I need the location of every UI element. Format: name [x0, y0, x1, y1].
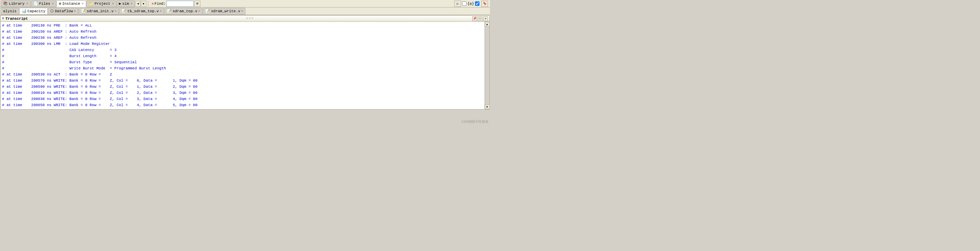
transcript-line: # Burst Type = Sequential — [2, 59, 483, 65]
instance-icon: ⚙ — [59, 2, 61, 6]
find-label: Find: — [154, 2, 166, 6]
analysis-tab-capacity-label: Capacity — [27, 9, 46, 13]
nav-arrow-icon: ▷ — [457, 2, 459, 6]
transcript-line: # at time 200530 ns ACT : Bank = 0 Row =… — [2, 71, 483, 78]
transcript-line: # at time 200300 ns LMR : Load Mode Regi… — [2, 41, 483, 47]
transcript-line: # CAS Latency = 3 — [2, 47, 483, 53]
tab-files-label: Files — [39, 2, 50, 6]
transcript-line: # Burst Length = 4 — [2, 53, 483, 59]
tb-sdram-top-icon: 📝 — [121, 9, 126, 13]
find-bar: ✕ Find: ⊞ — [151, 1, 200, 7]
top-tab-bar: 📚 Library ✕ 📄 Files ✕ ⚙ Instance ✕ 📁 Pro… — [0, 0, 490, 8]
find-options-icon: ⊞ — [196, 2, 198, 5]
analysis-tab-sdram-top-close[interactable]: ✕ — [198, 9, 200, 13]
toolbar-right: ▷ {a} 🔖 — [454, 1, 489, 7]
transcript-scrollbar[interactable]: ▲ ▼ — [485, 22, 489, 109]
scroll-down-btn[interactable]: ▼ — [485, 105, 490, 109]
transcript-body: # at time 200130 ns PRE : Bank = ALL# at… — [1, 22, 489, 109]
sdram-top-icon: 📝 — [167, 9, 172, 13]
analysis-tab-alysis-label: alysis — [3, 9, 17, 13]
analysis-tab-sdram-init[interactable]: 📝 sdram_init.v ✕ — [79, 8, 119, 14]
tab-instance-close[interactable]: ✕ — [82, 2, 84, 5]
analysis-tab-dataflow-label: Dataflow — [55, 9, 73, 13]
watermark: CSDN@我不吃辣条 — [461, 119, 488, 124]
analysis-tab-sdram-write-close[interactable]: ✕ — [241, 9, 243, 13]
tab-library-label: Library — [9, 2, 24, 6]
scroll-thumb[interactable] — [485, 27, 489, 105]
toolbar-extra-btn[interactable]: 🔖 — [481, 1, 488, 7]
transcript-pin-btn[interactable]: 📌 — [472, 16, 477, 21]
transcript-close-btn[interactable]: ✕ — [483, 16, 488, 21]
analysis-tab-alysis[interactable]: alysis — [1, 8, 19, 14]
main-content: ▼ Transcript ⠿⠿⠿ 📌 □ ✕ # at time 200130 … — [0, 15, 490, 126]
transcript-line: # at time 200650 ns WRITE: Bank = 0 Row … — [2, 102, 483, 108]
transcript-title-icons: 📌 □ ✕ — [472, 16, 488, 21]
analysis-tab-sdram-top-label: sdram_top.v — [172, 9, 197, 13]
analysis-tab-tb-sdram-top-label: tb_sdram_top.v — [127, 9, 159, 13]
analysis-tab-capacity[interactable]: 📊 Capacity — [19, 8, 48, 14]
analysis-tab-sdram-write[interactable]: 📝 sdram_write.v ✕ — [203, 8, 245, 14]
analysis-tab-tb-sdram-top[interactable]: 📝 tb_sdram_top.v ✕ — [119, 8, 164, 14]
transcript-panel: ▼ Transcript ⠿⠿⠿ 📌 □ ✕ # at time 200130 … — [0, 15, 490, 110]
find-input[interactable] — [166, 1, 194, 7]
tab-library-close[interactable]: ✕ — [26, 2, 28, 5]
find-x-icon: ✕ — [151, 2, 154, 6]
analysis-tab-dataflow-close[interactable]: ✕ — [74, 9, 76, 13]
transcript-title-bar: ▼ Transcript ⠿⠿⠿ 📌 □ ✕ — [1, 16, 489, 22]
transcript-collapse-icon[interactable]: ▼ — [2, 17, 4, 21]
analysis-tab-sdram-init-label: sdram_init.v — [87, 9, 114, 13]
tab-project-label: Project — [95, 2, 110, 6]
scroll-up-btn[interactable]: ▲ — [485, 22, 490, 27]
tab-sim-close[interactable]: ✕ — [130, 2, 132, 5]
files-icon: 📄 — [33, 2, 38, 6]
title-drag-area: ⠿⠿⠿ — [28, 17, 472, 20]
tab-instance[interactable]: ⚙ Instance ✕ — [56, 0, 86, 7]
transcript-line: # at time 200630 ns WRITE: Bank = 0 Row … — [2, 96, 483, 102]
transcript-content[interactable]: # at time 200130 ns PRE : Bank = ALL# at… — [1, 22, 485, 109]
analysis-tab-sdram-write-label: sdram_write.v — [211, 9, 240, 13]
tab-project-close[interactable]: ✕ — [112, 2, 114, 5]
dataflow-icon: ⬡ — [50, 9, 54, 13]
project-icon: 📁 — [89, 2, 94, 6]
checkbox-a: {a} — [462, 2, 474, 6]
checkbox-b-input[interactable] — [475, 2, 479, 6]
drag-handle-icon: ⠿⠿⠿ — [246, 17, 254, 20]
capacity-icon: 📊 — [22, 9, 27, 13]
find-options-btn[interactable]: ⊞ — [194, 1, 200, 7]
sdram-init-icon: 📝 — [81, 9, 86, 13]
tab-instance-label: Instance — [62, 2, 80, 6]
transcript-line: # at time 200610 ns WRITE: Bank = 0 Row … — [2, 90, 483, 96]
sdram-write-icon: 📝 — [205, 9, 210, 13]
transcript-line: # at time 200670 ns WRITE: Bank = 0 Row … — [2, 108, 483, 109]
transcript-title: Transcript — [5, 17, 28, 21]
transcript-line: # Write Burst Mode = Programmed Burst Le… — [2, 65, 483, 71]
checkbox-b — [475, 2, 480, 6]
transcript-line: # at time 200570 ns WRITE: Bank = 0 Row … — [2, 78, 483, 84]
toolbar-nav-btn[interactable]: ▷ — [454, 1, 461, 7]
transcript-line: # at time 200150 ns AREF : Auto Refresh — [2, 29, 483, 35]
analysis-tab-dataflow[interactable]: ⬡ Dataflow ✕ — [48, 8, 78, 14]
tab-nav-right[interactable]: ▶ — [141, 1, 146, 7]
sim-icon: ▶ — [119, 2, 121, 6]
transcript-line: # at time 200590 ns WRITE: Bank = 0 Row … — [2, 84, 483, 90]
analysis-tab-bar: alysis 📊 Capacity ⬡ Dataflow ✕ 📝 sdram_i… — [0, 8, 490, 15]
analysis-tab-sdram-top[interactable]: 📝 sdram_top.v ✕ — [164, 8, 202, 14]
transcript-maximize-btn[interactable]: □ — [478, 16, 482, 21]
analysis-tab-tb-sdram-top-close[interactable]: ✕ — [160, 9, 162, 13]
tab-nav-left[interactable]: ◀ — [135, 1, 140, 7]
extra-icon: 🔖 — [483, 2, 487, 5]
tab-project[interactable]: 📁 Project ✕ — [86, 0, 116, 7]
tab-sim-label: sim — [122, 2, 129, 6]
tab-library[interactable]: 📚 Library ✕ — [1, 0, 30, 7]
analysis-tab-sdram-init-close[interactable]: ✕ — [115, 9, 116, 13]
tab-files[interactable]: 📄 Files ✕ — [31, 0, 56, 7]
transcript-line: # at time 200130 ns PRE : Bank = ALL — [2, 22, 483, 29]
checkbox-a-input[interactable] — [462, 2, 466, 6]
transcript-line: # at time 200230 ns AREF : Auto Refresh — [2, 35, 483, 41]
checkbox-a-label: {a} — [467, 2, 474, 6]
library-icon: 📚 — [3, 2, 8, 6]
tab-files-close[interactable]: ✕ — [52, 2, 54, 5]
toolbar-divider — [148, 1, 148, 7]
tab-sim[interactable]: ▶ sim ✕ — [117, 0, 135, 7]
